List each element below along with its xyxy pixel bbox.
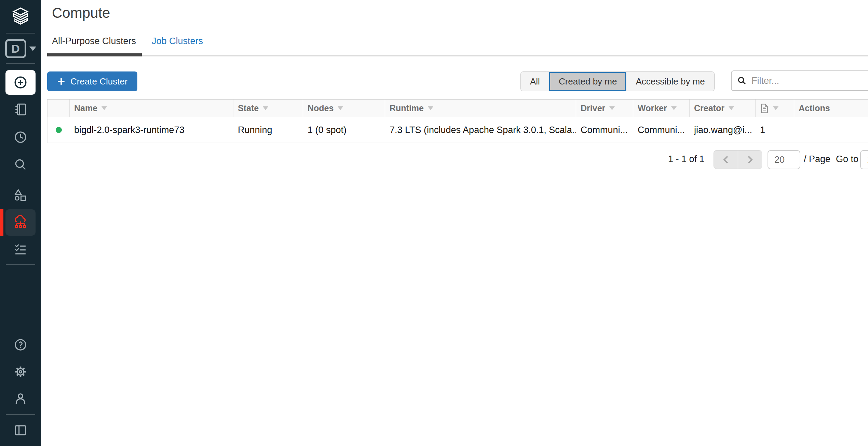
previous-page-button[interactable] [714,150,738,169]
sort-icon[interactable] [671,106,677,110]
per-page-label: / Page [804,154,830,165]
databricks-compute-page: D [0,0,868,446]
workspace-letter-icon: D [5,39,26,58]
gear-icon [13,365,28,379]
divider [6,63,35,64]
column-creator[interactable]: Creator [690,100,756,117]
cluster-status-cell [48,117,70,143]
tab-job-clusters[interactable]: Job Clusters [152,36,203,47]
cluster-runtime-cell: 7.3 LTS (includes Apache Spark 3.0.1, Sc… [385,117,576,143]
create-cluster-label: Create Cluster [70,76,128,87]
create-cluster-button[interactable]: Create Cluster [47,71,137,91]
sort-icon[interactable] [338,106,343,110]
sidebar-item-help[interactable] [0,331,41,358]
sidebar-item-search[interactable] [0,151,41,178]
tab-all-purpose-clusters[interactable]: All-Purpose Clusters [52,36,136,47]
running-status-icon [56,127,62,133]
databricks-logo[interactable] [0,5,41,27]
column-driver[interactable]: Driver [576,100,633,117]
stacked-layers-icon [11,6,30,26]
sort-icon[interactable] [101,106,107,110]
sort-icon[interactable] [263,106,268,110]
workspace-switcher[interactable]: D [0,35,41,62]
cluster-nodes-cell: 1 (0 spot) [303,117,385,143]
sort-icon[interactable] [773,106,778,110]
collapse-sidebar-button[interactable] [0,417,41,444]
plus-icon [57,77,66,86]
filter-all-button[interactable]: All [521,72,549,91]
goto-label: Go to [836,154,858,165]
sidebar-item-workspace[interactable] [0,96,41,123]
table-header-row: Name State Nodes Runtime Driver [47,99,868,117]
column-nodes[interactable]: Nodes [303,100,385,117]
active-tab-underline [47,53,142,56]
filter-created-by-me-button[interactable]: Created by me [549,72,626,91]
search-icon [737,76,747,86]
divider [6,264,35,265]
sidebar: D [0,0,41,446]
column-actions: Actions [794,100,868,117]
cluster-actions-cell [794,117,868,143]
sidebar-item-jobs[interactable] [0,236,41,263]
task-list-icon [13,242,28,257]
clock-icon [13,130,28,144]
cluster-name-cell[interactable]: bigdl-2.0-spark3-runtime73 [70,117,233,143]
notebook-document-icon [760,103,769,114]
notebook-icon [13,102,28,117]
sidebar-item-models[interactable] [0,182,41,208]
table-row[interactable]: bigdl-2.0-spark3-runtime73 Running 1 (0 … [47,117,868,143]
filter-accessible-by-me-button[interactable]: Accessible by me [626,72,714,91]
tab-underline [47,55,868,56]
panel-toggle-icon [13,423,28,437]
chevron-down-icon [29,47,36,51]
column-status [48,100,70,117]
sidebar-item-account[interactable] [0,385,41,412]
cluster-notebooks-cell: 1 [756,117,794,143]
sort-icon[interactable] [729,106,734,110]
column-runtime[interactable]: Runtime [385,100,576,117]
column-state[interactable]: State [233,100,303,117]
sidebar-item-recents[interactable] [0,124,41,150]
chevron-left-icon [722,155,730,164]
sidebar-item-compute[interactable] [5,209,36,236]
cluster-state-cell: Running [233,117,303,143]
help-icon [13,338,28,352]
chevron-right-icon [746,155,754,164]
sort-icon[interactable] [609,106,615,110]
search-icon [13,157,28,172]
cluster-creator-cell: jiao.wang@i... [690,117,756,143]
clusters-table: Name State Nodes Runtime Driver [47,99,868,143]
ownership-filter-group: All Created by me Accessible by me [520,71,715,91]
page-size-input[interactable] [768,150,800,169]
next-page-button[interactable] [738,150,762,169]
user-icon [13,391,28,406]
cluster-worker-cell: Communi... [633,117,690,143]
divider [6,33,35,34]
shapes-icon [13,188,28,202]
sidebar-item-create[interactable] [5,70,36,95]
cluster-filter-searchbox [731,70,868,91]
pager-buttons [714,150,762,169]
cluster-driver-cell: Communi... [576,117,633,143]
active-item-indicator [0,209,3,236]
compute-cluster-icon [13,215,28,230]
divider [6,414,35,415]
sort-icon[interactable] [428,106,433,110]
sidebar-item-settings[interactable] [0,358,41,385]
column-name[interactable]: Name [70,100,233,117]
filter-input[interactable] [751,76,868,86]
plus-circle-icon [13,75,28,90]
page-title: Compute [52,5,110,21]
goto-page-input[interactable] [860,150,868,169]
column-worker[interactable]: Worker [633,100,690,117]
workspace-letter: D [11,42,20,55]
pagination-range: 1 - 1 of 1 [668,154,705,165]
column-notebooks[interactable] [756,100,794,117]
